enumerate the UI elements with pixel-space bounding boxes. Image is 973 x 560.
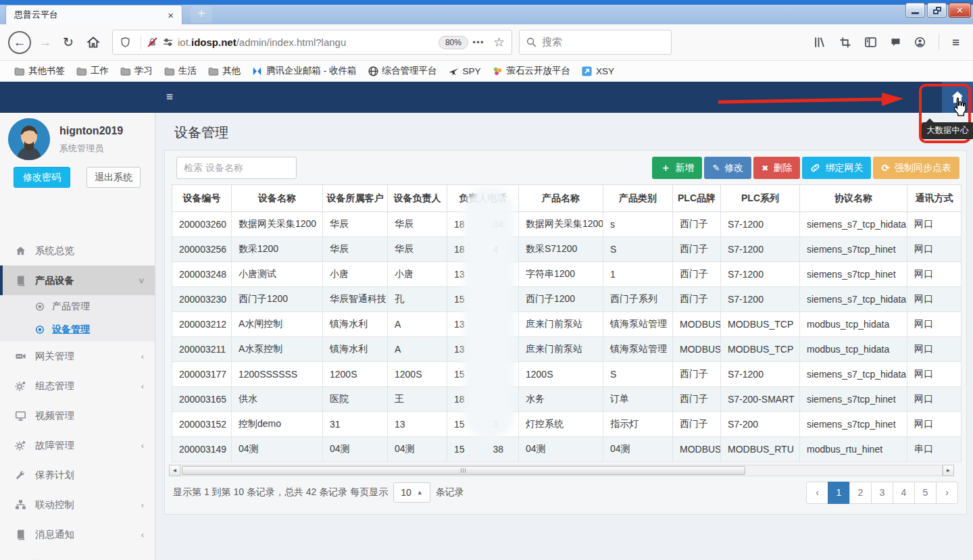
page-button-5[interactable]: 5 [914, 482, 937, 504]
sidebar-item-组态管理[interactable]: 组态管理‹ [0, 371, 155, 401]
forward-button[interactable]: → [35, 31, 55, 54]
sidebar-collapse-icon[interactable]: ≡ [166, 91, 173, 104]
sidebar-item-故障管理[interactable]: 故障管理‹ [0, 430, 155, 460]
scroll-left-arrow[interactable]: ◄ [169, 465, 180, 476]
scrollbar-track[interactable] [180, 465, 943, 476]
cell-phone: 15 [447, 287, 519, 312]
action-button-绑定网关[interactable]: 绑定网关 [802, 157, 871, 179]
bookmark-item[interactable]: XSY [576, 63, 620, 79]
bookmark-item[interactable]: 其他书签 [8, 63, 70, 79]
insecure-lock-icon[interactable] [147, 36, 158, 48]
sidebar-item-系统总览[interactable]: 系统总览 [0, 236, 155, 265]
search-bar[interactable]: 搜索 [519, 30, 672, 55]
page-button-4[interactable]: 4 [893, 482, 915, 504]
cell-owner: 华辰 [388, 237, 447, 262]
reload-button[interactable]: ↻ [58, 31, 78, 54]
shield-icon[interactable] [120, 36, 131, 48]
page-button-1[interactable]: 1 [828, 482, 850, 504]
table-row[interactable]: 20000314904测04测04测153804测04测MODBUSMODBUS… [172, 437, 962, 462]
pencil-icon: ✎ [712, 163, 720, 173]
caret-up-icon: ▲ [417, 489, 423, 496]
big-data-center-button[interactable] [942, 82, 973, 113]
page-next-button[interactable]: › [936, 482, 958, 504]
library-icon[interactable] [814, 36, 826, 49]
bookmark-item[interactable]: 腾讯企业邮箱 - 收件箱 [246, 63, 362, 79]
action-button-删除[interactable]: ✖删除 [753, 157, 800, 179]
bookmark-item[interactable]: SPY [443, 63, 487, 79]
sidebar-item-消息通知[interactable]: 消息通知‹ [0, 519, 155, 549]
table-row[interactable]: 200003260数据网关采集1200华辰华辰1804数据网关采集1200s西门… [172, 212, 962, 237]
table-row[interactable]: 2000031771200SSSSSS1200S1200S151200SS西门子… [172, 362, 962, 387]
sidebar-subitem-产品管理[interactable]: 产品管理 [0, 295, 155, 318]
chevron-left-icon: ‹ [141, 500, 144, 510]
bookmark-item[interactable]: 生活 [158, 63, 202, 79]
table-row[interactable]: 200003152控制demo3113153灯控系统指示灯西门子S7-200si… [172, 412, 962, 437]
cell-category: 西门子系列 [603, 287, 673, 312]
minimize-icon [912, 12, 919, 14]
page-actions-icon[interactable]: ⋯ [472, 35, 484, 49]
sidebar-item-产品设备[interactable]: 产品设备˅ [0, 265, 155, 295]
action-button-新增[interactable]: ＋新增 [652, 157, 702, 179]
bookmark-item[interactable]: 学习 [114, 63, 158, 79]
avatar[interactable] [8, 118, 50, 160]
url-bar[interactable]: iot.idosp.net/admin/index.html?langu 80%… [112, 30, 512, 55]
sidebar-item-保养计划[interactable]: 保养计划 [0, 460, 155, 490]
scroll-right-arrow[interactable]: ► [943, 465, 954, 476]
messages-icon[interactable] [890, 36, 901, 48]
horizontal-scrollbar[interactable]: ◄ ► [169, 465, 954, 476]
cell-plc_series: MODBUS_TCP [721, 312, 800, 337]
page-prev-button[interactable]: ‹ [806, 482, 828, 504]
table-row[interactable]: 200003165供水医院王18水务订单西门子S7-200-SMARTsieme… [172, 387, 962, 412]
bookmark-star-icon[interactable]: ☆ [493, 34, 505, 50]
table-row[interactable]: 200003248小唐测试小唐小唐13字符串12001西门子S7-1200sie… [172, 262, 962, 287]
restore-icon [933, 7, 941, 14]
menu-icon[interactable]: ≡ [952, 35, 959, 50]
zoom-level-badge[interactable]: 80% [439, 36, 468, 49]
sidebar-item-label: 消息通知 [35, 528, 74, 541]
bookmark-item[interactable]: 其他 [202, 63, 246, 79]
table-row[interactable]: 200003256数采1200华辰华辰184数采S71200S西门子S7-120… [172, 237, 962, 262]
change-password-button[interactable]: 修改密码 [14, 167, 70, 188]
device-table-wrap: 设备编号设备名称设备所属客户设备负责人负责人电话产品名称产品类别PLC品牌PLC… [172, 184, 961, 462]
bookmark-item[interactable]: 萤石云开放平台 [487, 63, 576, 79]
table-row[interactable]: 200003230西门子1200华辰智通科技孔15西门子1200西门子系列西门子… [172, 287, 962, 312]
tab-close-icon[interactable]: × [168, 10, 174, 20]
cell-protocol: siemens_s7_tcp_hidata [800, 362, 907, 387]
app-sidebar: hignton2019 系统管理员 修改密码 退出系统 系统总览产品设备˅产品管… [0, 113, 155, 560]
action-button-修改[interactable]: ✎修改 [704, 157, 751, 179]
table-row[interactable]: 200003211A水泵控制镇海水利A13庶来门前泵站镇海泵站管理MODBUSM… [172, 337, 962, 362]
browser-home-button[interactable] [82, 31, 104, 54]
window-restore-button[interactable] [927, 3, 947, 18]
cell-category: S [603, 237, 673, 262]
sidebar-subitem-设备管理[interactable]: 设备管理 [0, 318, 155, 341]
sidebar-item-短信管理[interactable]: 短信管理 [0, 549, 155, 560]
bookmark-item[interactable]: 综合管理平台 [362, 63, 443, 79]
sidebar-toggle-icon[interactable] [864, 36, 877, 49]
bookmark-label: 综合管理平台 [382, 65, 437, 77]
screenshot-icon[interactable] [839, 36, 851, 49]
bookmark-item[interactable]: 工作 [70, 63, 114, 79]
sidebar-item-label: 网关管理 [35, 350, 74, 363]
phone-prefix: 15 [454, 294, 465, 305]
page-button-2[interactable]: 2 [849, 482, 872, 504]
user-role: 系统管理员 [59, 143, 103, 155]
permissions-icon[interactable] [162, 36, 174, 48]
sidebar-item-视频管理[interactable]: 视频管理 [0, 401, 155, 430]
phone-suffix: 38 [493, 444, 504, 455]
browser-tab[interactable]: 思普云平台 × [5, 5, 182, 24]
page-size-dropdown[interactable]: 10▲ [393, 482, 430, 503]
window-close-button[interactable]: ✕ [949, 3, 971, 18]
scrollbar-thumb[interactable] [182, 466, 745, 475]
action-button-强制同步点表[interactable]: ⟳强制同步点表 [873, 157, 959, 179]
sidebar-item-联动控制[interactable]: 联动控制‹ [0, 490, 155, 519]
sidebar-item-网关管理[interactable]: 网关管理‹ [0, 341, 155, 371]
account-icon[interactable] [914, 36, 926, 48]
user-panel: hignton2019 系统管理员 修改密码 退出系统 [0, 113, 155, 205]
table-row[interactable]: 200003212A水闸控制镇海水利A13庶来门前泵站镇海泵站管理MODBUSM… [172, 312, 962, 337]
device-search-input[interactable]: 检索 设备名称 [176, 157, 297, 179]
page-button-3[interactable]: 3 [871, 482, 893, 504]
logout-button[interactable]: 退出系统 [86, 167, 141, 188]
window-minimize-button[interactable] [905, 3, 925, 18]
back-button[interactable]: ← [8, 31, 31, 54]
new-tab-button[interactable]: + [191, 6, 212, 23]
